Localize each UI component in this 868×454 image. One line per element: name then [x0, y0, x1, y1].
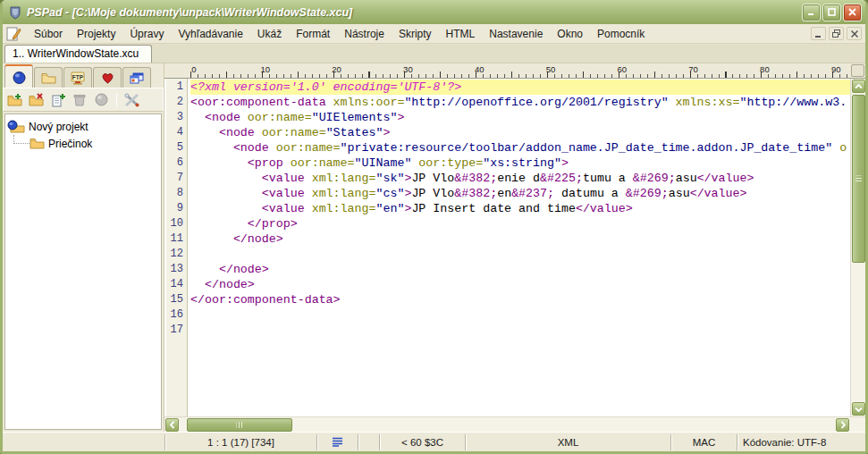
scroll-left-icon[interactable] — [165, 418, 179, 432]
minimize-icon[interactable] — [802, 4, 821, 21]
line-number: 10 — [166, 216, 183, 231]
menu-item-nastavenie[interactable]: Nastavenie — [482, 25, 550, 43]
project-sphere-icon — [13, 71, 26, 84]
ruler-number: 20 — [332, 64, 341, 74]
code-line[interactable]: </prop> — [190, 216, 850, 231]
sidebar-tab-favorites[interactable] — [93, 67, 122, 88]
sidebar-tab-windows[interactable] — [122, 67, 151, 88]
project-node-icon — [7, 120, 25, 133]
code-line[interactable]: <node oor:name="UIElements"> — [190, 110, 850, 125]
line-number: 13 — [166, 262, 183, 277]
svg-text:FTP: FTP — [72, 73, 84, 80]
code-line[interactable]: <oor:component-data xmlns:oor="http://op… — [190, 95, 850, 110]
sphere-icon[interactable] — [93, 92, 109, 107]
window-title: PSPad - [C:\Moje dokumenty\unpack\Writer… — [27, 6, 802, 19]
line-number: 6 — [166, 156, 183, 171]
vertical-scrollbar[interactable] — [850, 79, 865, 416]
line-number: 15 — [166, 292, 183, 307]
scroll-up-icon[interactable] — [852, 80, 865, 93]
code-line[interactable]: <node oor:name="States"> — [190, 125, 850, 140]
menu-item-úpravy[interactable]: Úpravy — [122, 25, 171, 43]
code-editor[interactable]: 1234567891011121314151617 <?xml version=… — [164, 79, 865, 416]
line-number: 4 — [166, 125, 183, 140]
code-line[interactable]: <value xml:lang="sk">JP Vlo&#382;enie d&… — [190, 171, 850, 186]
toolbar-separator — [116, 93, 117, 107]
ruler-corner-button[interactable] — [851, 64, 864, 77]
sidebar-toolbar — [3, 88, 164, 112]
project-sidebar: FTP Nový projektPriečinok — [3, 63, 164, 432]
document-tab[interactable]: 1.. WriterWindowState.xcu — [4, 45, 152, 63]
sidebar-tabs: FTP — [3, 63, 164, 88]
code-line[interactable] — [190, 307, 850, 323]
delete-folder-icon[interactable] — [29, 92, 45, 107]
menu-item-skripty[interactable]: Skripty — [392, 25, 439, 43]
align-lines-icon — [332, 437, 343, 447]
menu-item-html[interactable]: HTML — [439, 25, 483, 43]
line-number: 7 — [166, 171, 183, 186]
new-folder-icon[interactable] — [7, 92, 23, 107]
code-line[interactable]: </node> — [190, 231, 850, 247]
status-syntax-format: XML — [466, 434, 671, 450]
menu-item-nástroje[interactable]: Nástroje — [337, 25, 392, 43]
menu-item-súbor[interactable]: Súbor — [27, 25, 70, 43]
code-line[interactable]: <value xml:lang="en">JP Insert date and … — [190, 201, 850, 216]
status-cursor-position: 1 : 1 (17) [734] — [165, 434, 317, 450]
windows-icon — [130, 72, 144, 84]
code-line[interactable] — [190, 247, 850, 262]
sidebar-tab-files[interactable] — [34, 67, 63, 88]
editor-ruler: 0102030405060708090 — [164, 63, 865, 79]
horizontal-scroll-thumb[interactable] — [187, 418, 292, 432]
document-pencil-icon — [6, 27, 21, 41]
mdi-minimize-icon[interactable] — [811, 27, 826, 40]
ruler-number: 50 — [546, 64, 556, 74]
sidebar-tab-project[interactable] — [4, 64, 33, 88]
ruler-number: 30 — [403, 64, 413, 74]
menu-item-ukáž[interactable]: Ukáž — [250, 25, 289, 43]
mdi-close-icon[interactable] — [847, 27, 862, 40]
document-tab-bar: 1.. WriterWindowState.xcu — [3, 44, 865, 63]
scroll-down-icon[interactable] — [852, 402, 865, 416]
gutter: 1234567891011121314151617 — [164, 79, 188, 416]
code-line[interactable] — [190, 323, 850, 338]
line-number: 17 — [166, 323, 183, 338]
code-line[interactable]: </oor:component-data> — [190, 292, 850, 307]
code-line[interactable]: </node> — [190, 262, 850, 277]
code-line[interactable]: <?xml version='1.0' encoding='UTF-8'?> — [190, 80, 850, 95]
code-line[interactable]: <value xml:lang="cs">JP Vlo&#382;en&#237… — [190, 186, 850, 201]
code-line[interactable]: <node oor:name="private:resource/toolbar… — [190, 140, 850, 156]
menu-item-vyhľadávanie[interactable]: Vyhľadávanie — [171, 25, 249, 43]
sidebar-tab-ftp[interactable]: FTP — [63, 67, 92, 88]
line-number: 5 — [166, 140, 183, 156]
maximize-icon[interactable] — [822, 4, 841, 21]
status-char-info: < 60 $3C — [380, 434, 466, 450]
ruler-number: 40 — [475, 64, 485, 74]
mdi-restore-icon[interactable] — [829, 27, 844, 40]
add-file-icon[interactable] — [50, 92, 66, 107]
code-line[interactable]: <prop oor:name="UIName" oor:type="xs:str… — [190, 156, 850, 171]
line-number: 1 — [166, 80, 183, 95]
tree-item-nový-projekt[interactable]: Nový projekt — [7, 118, 159, 135]
menu-item-okno[interactable]: Okno — [550, 25, 590, 43]
ruler-major-ticks — [190, 71, 849, 78]
tools-icon[interactable] — [124, 92, 140, 107]
heart-icon — [101, 72, 114, 84]
line-number: 3 — [166, 110, 183, 125]
line-number: 8 — [166, 186, 183, 201]
code-line[interactable]: </node> — [190, 277, 850, 292]
tree-item-priečinok[interactable]: Priečinok — [7, 135, 159, 152]
close-icon[interactable] — [843, 4, 862, 21]
line-number: 14 — [166, 277, 183, 292]
vertical-scroll-thumb[interactable] — [852, 95, 865, 263]
menu-item-projekty[interactable]: Projekty — [70, 25, 122, 43]
menu-item-formát[interactable]: Formát — [289, 25, 337, 43]
code-lines[interactable]: <?xml version='1.0' encoding='UTF-8'?><o… — [188, 79, 850, 416]
horizontal-scrollbar[interactable] — [164, 416, 865, 432]
trash-icon[interactable] — [72, 92, 88, 107]
tree-connector — [13, 135, 29, 144]
ftp-icon: FTP — [70, 71, 86, 85]
scroll-right-icon[interactable] — [836, 418, 849, 432]
status-align-section — [317, 434, 358, 450]
menu-item-pomocník[interactable]: Pomocník — [590, 25, 652, 43]
ruler-number: 10 — [261, 64, 271, 74]
project-tree: Nový projektPriečinok — [4, 114, 162, 430]
